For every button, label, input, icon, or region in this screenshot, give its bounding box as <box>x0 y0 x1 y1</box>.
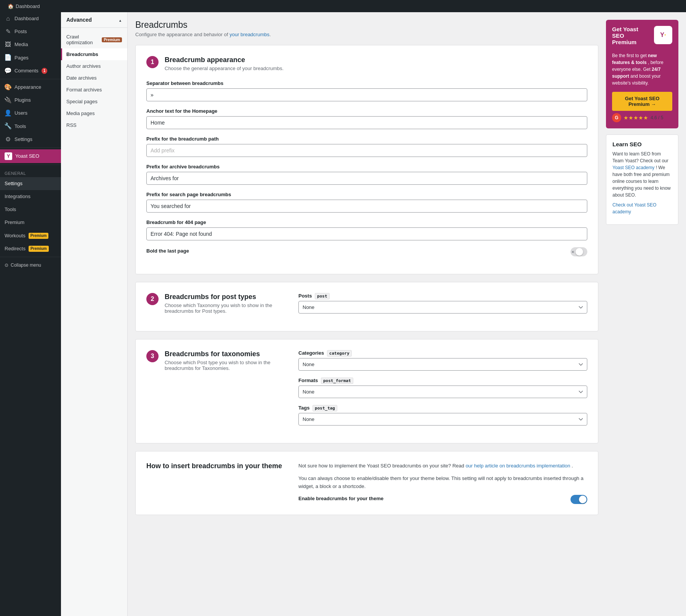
submenu-item-breadcrumbs[interactable]: Breadcrumbs <box>61 48 127 60</box>
admin-bar: 🏠 Dashboard <box>0 0 686 12</box>
sidebar-item-plugins[interactable]: 🔌 Plugins <box>0 94 61 107</box>
formats-code: post_format <box>321 378 353 384</box>
rating-value: 4.6 / 5 <box>651 115 663 120</box>
section2-number: 2 <box>146 293 159 305</box>
sidebar-item-posts[interactable]: ✎ Posts <box>0 25 61 38</box>
tags-taxonomy-select[interactable]: None <box>298 413 587 426</box>
prefix-archive-input[interactable] <box>146 172 587 185</box>
learn-seo-card: Learn SEO Want to learn SEO from Team Yo… <box>606 134 678 225</box>
your-breadcrumbs-link[interactable]: your breadcrumbs <box>229 32 269 37</box>
rating-stars: ★★★★★ <box>623 115 648 121</box>
rating-row: G ★★★★★ 4.6 / 5 <box>612 113 672 122</box>
submenu-item-date-archives[interactable]: Date archives <box>61 72 127 84</box>
section3-title: Breadcrumbs for taxonomies <box>165 350 291 358</box>
section-post-types: 2 Breadcrumbs for post types Choose whic… <box>135 282 598 331</box>
prefix-search-input[interactable] <box>146 200 587 213</box>
section-how-to-insert: How to insert breadcrumbs in your theme … <box>135 451 598 515</box>
posts-code: post <box>315 293 330 299</box>
sidebar-item-integrations[interactable]: Integrations <box>0 190 61 203</box>
sidebar-item-comments[interactable]: 💬 Comments 1 <box>0 64 61 77</box>
check-out-academy-link[interactable]: Check out Yoast SEO academy <box>612 202 672 215</box>
breadcrumbs-impl-link[interactable]: our help article on breadcrumbs implemen… <box>466 463 571 469</box>
right-sidebar: Get Yoast SEO Premium Y· Be the first to… <box>606 20 678 523</box>
anchor-text-input[interactable] <box>146 116 587 129</box>
categories-taxonomy-select[interactable]: None <box>298 358 587 371</box>
anchor-text-label: Anchor text for the Homepage <box>146 108 587 114</box>
sidebar-item-redirects[interactable]: Redirects Premium <box>0 242 61 255</box>
section1-desc: Choose the general appearance of your br… <box>165 66 284 71</box>
sidebar-menu: ⌂ Dashboard ✎ Posts 🖼 Media 📄 Pages 💬 Co… <box>0 12 61 272</box>
section2-title: Breadcrumbs for post types <box>165 293 291 301</box>
field-categories-taxonomy: Categories category None <box>298 350 587 371</box>
bold-last-page-label: Bold the last page <box>146 248 189 254</box>
bold-last-page-toggle[interactable]: ✕ <box>571 247 587 256</box>
redirects-premium-badge: Premium <box>29 246 49 252</box>
yoast-academy-link[interactable]: Yoast SEO academy <box>612 165 654 170</box>
learn-seo-text: Want to learn SEO from Team Yoast? Check… <box>612 150 672 198</box>
sidebar-item-appearance[interactable]: 🎨 Appearance <box>0 81 61 94</box>
media-icon: 🖼 <box>5 41 11 48</box>
field-tags-taxonomy: Tags post_tag None <box>298 405 587 426</box>
section-breadcrumb-appearance: 1 Breadcrumb appearance Choose the gener… <box>135 45 598 274</box>
sidebar-item-tools[interactable]: Tools <box>0 203 61 216</box>
sidebar-item-workouts[interactable]: Workouts Premium <box>0 229 61 242</box>
section3-number: 3 <box>146 350 159 362</box>
section4-text2: You can always choose to enable/disable … <box>298 475 587 491</box>
sidebar-item-yoast-seo[interactable]: Y Yoast SEO <box>0 149 61 163</box>
admin-bar-dashboard[interactable]: 🏠 Dashboard <box>5 3 43 9</box>
content-primary: Breadcrumbs Configure the appearance and… <box>135 20 598 523</box>
section2-desc: Choose which Taxonomy you wish to show i… <box>165 302 291 314</box>
submenu-item-rss[interactable]: RSS <box>61 119 127 131</box>
yoast-logo: Y· <box>654 26 672 44</box>
get-premium-button[interactable]: Get Yoast SEO Premium → <box>612 92 672 111</box>
users-icon: 👤 <box>5 110 11 117</box>
wp-sidebar: ⌂ Dashboard ✎ Posts 🖼 Media 📄 Pages 💬 Co… <box>0 12 61 616</box>
collapse-icon: ⊙ <box>5 262 8 268</box>
sidebar-item-media[interactable]: 🖼 Media <box>0 38 61 51</box>
comments-badge: 1 <box>42 68 48 74</box>
sidebar-item-users[interactable]: 👤 Users <box>0 107 61 120</box>
field-bold-last-page: Bold the last page ✕ <box>146 247 587 256</box>
separator-input[interactable] <box>146 88 587 101</box>
submenu-collapse-icon[interactable] <box>119 17 122 23</box>
field-enable-breadcrumbs: Enable breadcrumbs for your theme <box>298 495 587 504</box>
page-title: Breadcrumbs <box>135 20 598 30</box>
collapse-menu-button[interactable]: ⊙ Collapse menu <box>0 259 61 272</box>
page-subtitle: Configure the appearance and behavior of… <box>135 32 598 37</box>
submenu-item-author-archives[interactable]: Author archives <box>61 60 127 72</box>
tags-code: post_tag <box>313 405 337 411</box>
posts-icon: ✎ <box>5 28 11 35</box>
breadcrumb-404-input[interactable] <box>146 227 587 240</box>
field-posts-taxonomy: Posts post None <box>298 293 587 314</box>
main-content: Breadcrumbs Configure the appearance and… <box>128 12 686 616</box>
enable-breadcrumbs-toggle[interactable] <box>571 495 587 504</box>
enable-breadcrumbs-label: Enable breadcrumbs for your theme <box>298 496 383 501</box>
formats-taxonomy-select[interactable]: None <box>298 386 587 398</box>
section4-text1: Not sure how to implement the Yoast SEO … <box>298 462 587 470</box>
yoast-icon: Y <box>5 152 12 160</box>
learn-seo-title: Learn SEO <box>612 141 672 147</box>
sidebar-item-pages[interactable]: 📄 Pages <box>0 51 61 64</box>
sidebar-item-yoast-settings[interactable]: Settings <box>0 177 61 190</box>
prefix-search-label: Prefix for search page breadcrumbs <box>146 192 587 197</box>
toggle-knob <box>575 248 583 256</box>
sidebar-item-premium[interactable]: Premium <box>0 216 61 229</box>
submenu-item-special-pages[interactable]: Special pages <box>61 96 127 107</box>
section1-title: Breadcrumb appearance <box>165 56 284 64</box>
submenu-item-format-archives[interactable]: Format archives <box>61 84 127 96</box>
submenu-item-crawl-optimization[interactable]: Crawl optimization Premium <box>61 31 127 48</box>
plugins-icon: 🔌 <box>5 97 11 104</box>
dashboard-icon: ⌂ <box>5 15 11 22</box>
categories-code: category <box>327 350 352 357</box>
settings-icon: ⚙ <box>5 136 11 143</box>
sidebar-item-dashboard[interactable]: ⌂ Dashboard <box>0 12 61 25</box>
appearance-icon: 🎨 <box>5 84 11 91</box>
posts-taxonomy-select[interactable]: None <box>298 301 587 314</box>
submenu-item-media-pages[interactable]: Media pages <box>61 107 127 119</box>
prefix-path-input[interactable] <box>146 144 587 157</box>
field-prefix-archive: Prefix for archive breadcrumbs <box>146 164 587 185</box>
field-prefix-search: Prefix for search page breadcrumbs <box>146 192 587 213</box>
sidebar-item-settings[interactable]: ⚙ Settings <box>0 133 61 146</box>
sidebar-item-tools[interactable]: 🔧 Tools <box>0 120 61 133</box>
field-formats-taxonomy: Formats post_format None <box>298 378 587 398</box>
